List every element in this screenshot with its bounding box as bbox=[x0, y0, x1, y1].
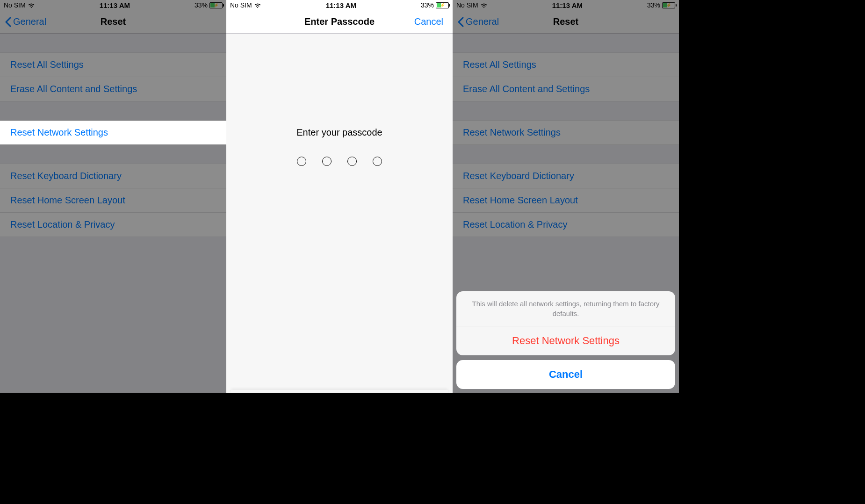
chevron-left-icon bbox=[457, 17, 464, 27]
reset-group-1: Reset All Settings Erase All Content and… bbox=[0, 52, 226, 101]
row-reset-keyboard[interactable]: Reset Keyboard Dictionary bbox=[0, 164, 226, 188]
battery-icon: ⚡ bbox=[209, 2, 223, 8]
row-reset-network-highlighted[interactable]: Reset Network Settings bbox=[0, 121, 226, 144]
reset-group-1: Reset All Settings Erase All Content and… bbox=[453, 52, 679, 101]
chevron-left-icon bbox=[5, 17, 11, 27]
status-bar: No SIM 11:13 AM 33% ⚡ bbox=[226, 0, 453, 10]
status-time: 11:13 AM bbox=[100, 1, 130, 9]
status-battery-pct: 33% bbox=[195, 1, 208, 9]
row-reset-location[interactable]: Reset Location & Privacy bbox=[453, 213, 679, 237]
nav-back-label: General bbox=[13, 16, 46, 27]
nav-back-button[interactable]: General bbox=[453, 16, 499, 27]
status-battery-pct: 33% bbox=[647, 1, 660, 9]
reset-group-2: Reset Network Settings bbox=[453, 120, 679, 145]
status-battery-pct: 33% bbox=[421, 1, 434, 9]
status-carrier: No SIM bbox=[456, 1, 478, 9]
row-reset-home[interactable]: Reset Home Screen Layout bbox=[0, 188, 226, 213]
battery-icon: ⚡ bbox=[662, 2, 675, 8]
action-sheet-message: This will delete all network settings, r… bbox=[456, 291, 675, 326]
nav-bar: Enter Passcode Cancel bbox=[226, 10, 453, 34]
wifi-icon bbox=[480, 2, 488, 8]
wifi-icon bbox=[28, 2, 35, 8]
nav-bar: General Reset bbox=[453, 10, 679, 34]
passcode-dot bbox=[373, 157, 382, 166]
status-bar: No SIM 11:13 AM 33% ⚡ bbox=[453, 0, 679, 10]
status-time: 11:13 AM bbox=[552, 1, 583, 9]
nav-bar: General Reset bbox=[0, 10, 226, 34]
cancel-button[interactable]: Cancel bbox=[414, 16, 443, 27]
panel-enter-passcode: No SIM 11:13 AM 33% ⚡ Enter Passcode Can… bbox=[226, 0, 453, 393]
status-carrier: No SIM bbox=[230, 1, 252, 9]
reset-group-3: Reset Keyboard Dictionary Reset Home Scr… bbox=[0, 164, 226, 237]
passcode-dot bbox=[347, 157, 357, 166]
status-carrier: No SIM bbox=[4, 1, 26, 9]
wifi-icon bbox=[254, 2, 261, 8]
action-sheet-cancel-button[interactable]: Cancel bbox=[456, 360, 675, 389]
reset-group-2: Reset Network Settings bbox=[0, 120, 226, 145]
row-reset-location[interactable]: Reset Location & Privacy bbox=[0, 213, 226, 237]
status-bar: No SIM 11:13 AM 33% ⚡ bbox=[0, 0, 226, 10]
row-erase-all[interactable]: Erase All Content and Settings bbox=[453, 77, 679, 101]
row-erase-all[interactable]: Erase All Content and Settings bbox=[0, 77, 226, 101]
nav-back-label: General bbox=[466, 16, 499, 27]
passcode-body: Enter your passcode bbox=[226, 34, 453, 393]
row-reset-all-settings[interactable]: Reset All Settings bbox=[0, 53, 226, 77]
battery-icon: ⚡ bbox=[436, 2, 449, 8]
panel-reset-highlighted: No SIM 11:13 AM 33% ⚡ General Reset Rese… bbox=[0, 0, 226, 393]
passcode-dots[interactable] bbox=[297, 157, 382, 166]
passcode-dot bbox=[297, 157, 306, 166]
status-time: 11:13 AM bbox=[326, 1, 356, 9]
passcode-dot bbox=[322, 157, 332, 166]
row-reset-home[interactable]: Reset Home Screen Layout bbox=[453, 188, 679, 213]
passcode-prompt: Enter your passcode bbox=[296, 127, 382, 138]
action-sheet-destructive-button[interactable]: Reset Network Settings bbox=[456, 326, 675, 355]
reset-group-3: Reset Keyboard Dictionary Reset Home Scr… bbox=[453, 164, 679, 237]
action-sheet: This will delete all network settings, r… bbox=[453, 288, 679, 393]
row-reset-keyboard[interactable]: Reset Keyboard Dictionary bbox=[453, 164, 679, 188]
row-reset-network[interactable]: Reset Network Settings bbox=[453, 121, 679, 144]
row-reset-all-settings[interactable]: Reset All Settings bbox=[453, 53, 679, 77]
panel-reset-confirm: No SIM 11:13 AM 33% ⚡ General Reset Rese… bbox=[453, 0, 679, 393]
nav-back-button[interactable]: General bbox=[0, 16, 46, 27]
